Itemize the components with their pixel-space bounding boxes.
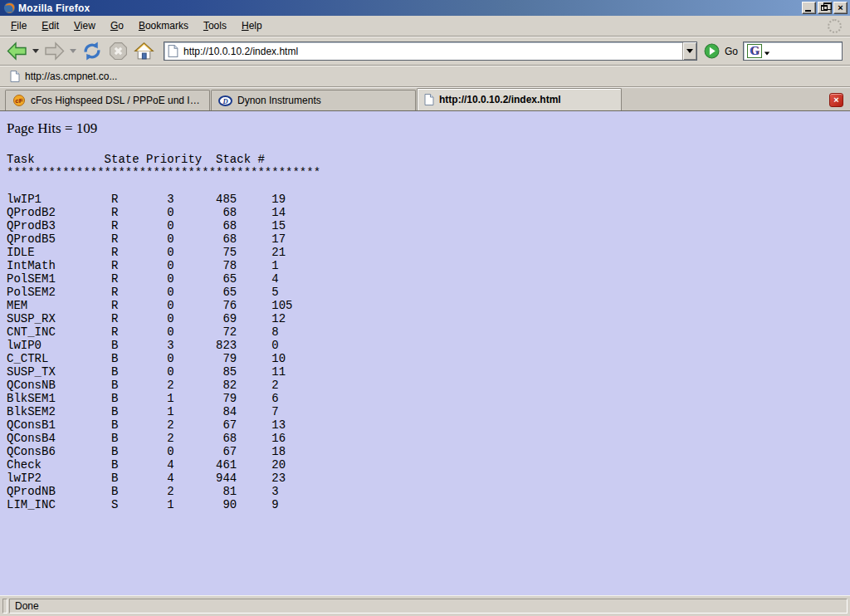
restore-button[interactable]: [818, 2, 832, 14]
menu-go[interactable]: Go: [103, 17, 131, 34]
reload-icon: [81, 41, 104, 61]
close-icon: ×: [838, 3, 843, 12]
svg-text:D: D: [222, 96, 227, 105]
tab-label: Dynon Instruments: [237, 95, 321, 106]
status-bar: Done: [0, 595, 850, 616]
window-title: Mozilla Firefox: [18, 2, 800, 14]
go-button[interactable]: Go: [704, 43, 738, 59]
restore-icon: [821, 5, 828, 11]
close-button[interactable]: ×: [833, 2, 848, 14]
page-icon: [424, 94, 434, 105]
tab-dynon[interactable]: D Dynon Instruments: [211, 90, 416, 110]
go-label: Go: [725, 46, 738, 57]
page-icon: [10, 71, 20, 82]
address-bar[interactable]: http://10.0.10.2/index.html: [164, 42, 697, 61]
url-text[interactable]: http://10.0.10.2/index.html: [183, 46, 682, 57]
bookmark-item[interactable]: http://as.cmpnet.co...: [7, 69, 120, 84]
menu-view[interactable]: View: [66, 17, 103, 34]
go-icon: [704, 43, 720, 59]
titlebar: Mozilla Firefox ×: [0, 0, 850, 16]
page-icon: [168, 45, 178, 57]
firefox-logo-icon: [3, 2, 16, 14]
menu-edit[interactable]: Edit: [34, 17, 66, 34]
home-button[interactable]: [131, 39, 157, 63]
back-icon: [6, 41, 28, 61]
chevron-down-icon: [686, 49, 693, 53]
home-icon: [133, 41, 155, 61]
minimize-button[interactable]: [802, 2, 816, 14]
status-text: Done: [9, 599, 848, 614]
navigation-toolbar: http://10.0.10.2/index.html Go G: [0, 37, 850, 66]
forward-button[interactable]: [42, 39, 67, 63]
page-hits-text: Page Hits = 109: [7, 120, 843, 137]
task-table: Task State Priority Stack # ************…: [7, 153, 843, 511]
search-input[interactable]: G: [743, 42, 843, 61]
dynon-icon: D: [218, 95, 232, 106]
tab-cfos[interactable]: cF cFos Highspeed DSL / PPPoE und ISDN C…: [5, 90, 210, 110]
menu-help[interactable]: Help: [234, 17, 270, 34]
bookmarks-toolbar: http://as.cmpnet.co...: [0, 66, 850, 87]
minimize-icon: [805, 10, 811, 12]
browser-window: Mozilla Firefox × File Edit View Go Book…: [0, 0, 850, 616]
menu-tools[interactable]: Tools: [196, 17, 234, 34]
menu-bookmarks[interactable]: Bookmarks: [131, 17, 196, 34]
close-tab-button[interactable]: ×: [829, 93, 843, 107]
reload-button[interactable]: [79, 39, 105, 63]
tab-label: cFos Highspeed DSL / PPPoE und ISDN CAP.…: [31, 95, 203, 106]
svg-text:cF: cF: [15, 97, 22, 105]
stop-button[interactable]: [105, 39, 131, 63]
menu-file[interactable]: File: [3, 17, 34, 34]
url-history-dropdown[interactable]: [682, 42, 696, 60]
close-icon: ×: [833, 95, 838, 105]
bookmark-label: http://as.cmpnet.co...: [25, 71, 117, 82]
menubar: File Edit View Go Bookmarks Tools Help: [0, 16, 850, 37]
cfos-icon: cF: [12, 95, 26, 106]
tab-bar: cF cFos Highspeed DSL / PPPoE und ISDN C…: [0, 87, 850, 111]
back-button[interactable]: [4, 39, 30, 63]
forward-icon: [43, 41, 66, 61]
page-content: Page Hits = 109 Task State Priority Stac…: [0, 111, 850, 595]
google-icon: G: [747, 44, 762, 58]
back-dropdown-caret[interactable]: [32, 49, 39, 53]
status-grip: [2, 599, 7, 614]
tab-label: http://10.0.10.2/index.html: [439, 94, 561, 105]
stop-icon: [107, 41, 129, 61]
throbber-icon: [828, 19, 842, 33]
search-engine-dropdown-caret[interactable]: [764, 52, 769, 56]
tab-active-index-page[interactable]: http://10.0.10.2/index.html: [417, 88, 622, 110]
forward-dropdown-caret[interactable]: [70, 49, 76, 53]
